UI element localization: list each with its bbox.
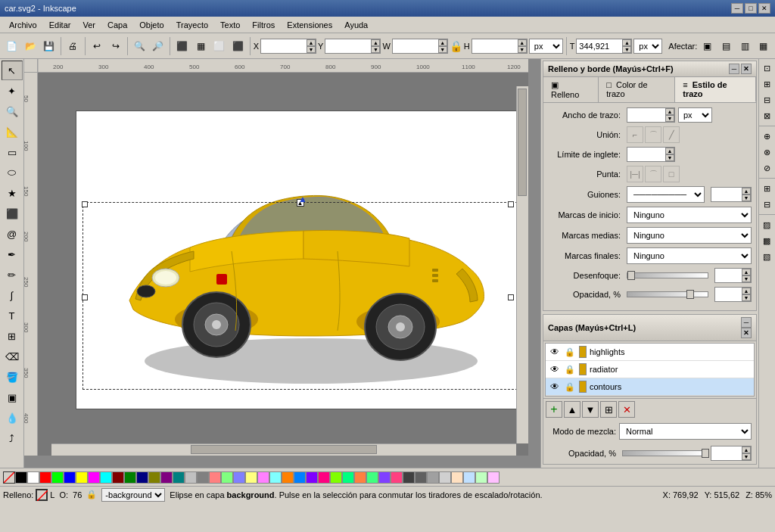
t-up[interactable]: ▲ xyxy=(622,39,631,46)
dash-offset-container[interactable]: 0,00 ▲ ▼ xyxy=(711,187,752,202)
palette-swatch-800000[interactable] xyxy=(112,471,124,484)
menu-extensiones[interactable]: Extensiones xyxy=(281,19,338,31)
rect-tool[interactable]: ▭ xyxy=(2,142,23,162)
mid-mark-select[interactable]: Ninguno xyxy=(627,227,752,244)
print-button[interactable]: 🖨 xyxy=(64,36,82,56)
node-tool[interactable]: ✦ xyxy=(2,81,23,101)
palette-swatch-008080[interactable] xyxy=(173,471,185,484)
t-input-container[interactable]: ▲ ▼ xyxy=(576,39,632,54)
snap-btn-1[interactable]: ⊡ xyxy=(759,61,774,76)
snap-grid-btn[interactable]: ⊗ xyxy=(759,145,774,160)
vertical-scrollbar[interactable] xyxy=(516,86,528,443)
afectar-4[interactable]: ▦ xyxy=(755,36,772,56)
palette-swatch-ff8080[interactable] xyxy=(209,471,221,484)
layer-eye-contours[interactable]: 👁 xyxy=(549,381,561,393)
menu-objeto[interactable]: Objeto xyxy=(133,19,170,31)
layer-up-btn[interactable]: ▲ xyxy=(564,401,580,418)
palette-swatch-ff8040[interactable] xyxy=(354,471,366,484)
calligraphy-tool[interactable]: ∫ xyxy=(2,285,23,305)
miter-down[interactable]: ▼ xyxy=(665,154,674,161)
align-center-button[interactable]: ▦ xyxy=(192,36,210,56)
star-tool[interactable]: ★ xyxy=(2,183,23,203)
handle-br[interactable] xyxy=(508,294,514,300)
opacity-thumb[interactable] xyxy=(686,290,694,299)
pencil-tool[interactable]: ✏ xyxy=(2,265,23,285)
palette-swatch-000000[interactable] xyxy=(15,471,27,484)
x-input[interactable]: 13,021 xyxy=(261,39,307,53)
lock-icon[interactable]: 🔒 xyxy=(450,40,462,52)
palette-swatch-00ff00[interactable] xyxy=(51,471,64,484)
w-input-container[interactable]: 878,789 ▲ ▼ xyxy=(392,39,448,54)
union-bevel-btn[interactable]: ╱ xyxy=(663,126,680,143)
pen-tool[interactable]: ✒ xyxy=(2,244,23,264)
opacity-value-container[interactable]: 76,2 ▲ ▼ xyxy=(714,287,752,302)
handle-tr[interactable] xyxy=(508,201,514,207)
menu-archivo[interactable]: Archivo xyxy=(3,19,43,31)
palette-swatch-ff8000[interactable] xyxy=(282,471,294,484)
palette-swatch-80ff00[interactable] xyxy=(330,471,342,484)
layers-opacity-down[interactable]: ▼ xyxy=(742,453,751,460)
x-down[interactable]: ▼ xyxy=(307,46,316,53)
measure-tool[interactable]: 📐 xyxy=(2,122,23,142)
no-color-swatch[interactable] xyxy=(3,471,15,484)
opacity-down[interactable]: ▼ xyxy=(742,294,751,301)
blur-value-container[interactable]: 0.0 ▲ ▼ xyxy=(714,268,752,283)
menu-ayuda[interactable]: Ayuda xyxy=(338,19,374,31)
palette-swatch-0080ff[interactable] xyxy=(294,471,306,484)
panel-close[interactable]: ✕ xyxy=(741,64,752,74)
align-left-button[interactable]: ⬛ xyxy=(173,36,191,56)
layer-lock-highlights[interactable]: 🔒 xyxy=(564,346,576,358)
palette-swatch-606060[interactable] xyxy=(415,471,427,484)
snap-btn-3[interactable]: ⊟ xyxy=(759,92,774,107)
palette-swatch-80ffff[interactable] xyxy=(269,471,282,484)
palette-swatch-808000[interactable] xyxy=(148,471,160,484)
dash-select[interactable]: ───────── - - - - - · · · · · xyxy=(627,186,705,203)
afectar-2[interactable]: ▤ xyxy=(717,36,735,56)
snap-btn-2[interactable]: ⊞ xyxy=(759,76,774,92)
layer-lock-radiator[interactable]: 🔒 xyxy=(564,363,576,375)
opacity-slider[interactable] xyxy=(627,291,708,297)
eraser-tool[interactable]: ⌫ xyxy=(2,347,23,366)
layer-item-contours[interactable]: 👁 🔒 contours xyxy=(546,378,754,396)
y-down[interactable]: ▼ xyxy=(371,46,380,53)
stroke-width-down[interactable]: ▼ xyxy=(665,115,674,122)
stroke-unit-select[interactable]: pxmm xyxy=(678,107,712,123)
miter-up[interactable]: ▲ xyxy=(665,148,674,154)
end-mark-select[interactable]: Ninguno xyxy=(627,247,752,264)
menu-texto[interactable]: Texto xyxy=(214,19,246,31)
t-down[interactable]: ▼ xyxy=(622,46,631,53)
drawing-area[interactable]: ▲ ▲ xyxy=(38,73,528,456)
palette-swatch-40ff80[interactable] xyxy=(366,471,378,484)
open-button[interactable]: 📂 xyxy=(22,36,39,56)
palette-swatch-00ff80[interactable] xyxy=(342,471,354,484)
layers-opacity-container[interactable]: 100,0 ▲ ▼ xyxy=(711,446,752,461)
handle-bl[interactable] xyxy=(82,294,88,300)
spiral-tool[interactable]: @ xyxy=(2,224,23,244)
dash-offset-down[interactable]: ▼ xyxy=(742,194,751,201)
text-tool[interactable]: T xyxy=(2,306,23,325)
t-unit-select[interactable]: px xyxy=(633,39,662,54)
x-input-container[interactable]: 13,021 ▲ ▼ xyxy=(260,39,316,54)
view-btn-1[interactable]: ▨ xyxy=(759,217,774,232)
undo-button[interactable]: ↩ xyxy=(89,36,106,56)
view-guide-btn[interactable]: ⊟ xyxy=(759,197,774,212)
blur-thumb[interactable] xyxy=(627,271,635,280)
cap-square-btn[interactable]: □ xyxy=(663,166,680,182)
palette-swatch-ff80ff[interactable] xyxy=(257,471,269,484)
horizontal-scrollbar[interactable] xyxy=(51,443,516,456)
blur-down[interactable]: ▼ xyxy=(742,275,751,282)
layer-select-status[interactable]: -background xyxy=(101,488,165,502)
palette-swatch-ffc0ff[interactable] xyxy=(487,471,500,484)
layers-opacity-slider[interactable] xyxy=(622,450,705,456)
layer-lock-contours[interactable]: 🔒 xyxy=(564,381,576,393)
blur-slider[interactable] xyxy=(627,272,708,278)
dash-offset-input[interactable]: 0,00 xyxy=(711,188,742,201)
view-btn-3[interactable]: ▧ xyxy=(759,249,774,264)
x-up[interactable]: ▲ xyxy=(307,39,316,46)
fill-swatch[interactable] xyxy=(36,489,48,501)
palette-swatch-a0a0a0[interactable] xyxy=(427,471,439,484)
palette-swatch-ff0080[interactable] xyxy=(318,471,330,484)
palette-swatch-ff00ff[interactable] xyxy=(88,471,100,484)
palette-swatch-ffffff[interactable] xyxy=(27,471,39,484)
opacity-value-input[interactable]: 76,2 xyxy=(715,288,742,301)
